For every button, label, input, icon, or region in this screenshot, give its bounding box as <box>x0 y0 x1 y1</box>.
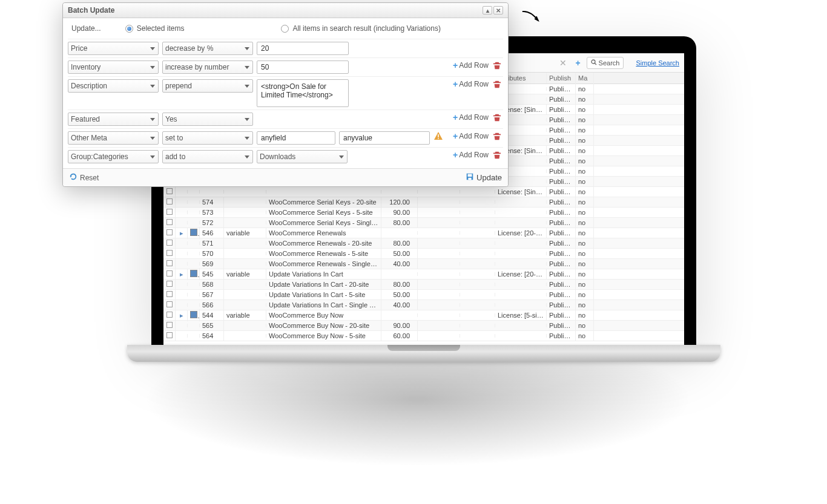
cell-type: variable <box>224 310 266 321</box>
cell-attributes: License: [5-site, Sing <box>495 310 547 321</box>
row-checkbox[interactable] <box>166 301 173 307</box>
meta-key-input[interactable] <box>257 131 335 145</box>
cell-id: 572 <box>200 217 224 228</box>
simple-search-link[interactable]: Simple Search <box>636 59 679 67</box>
dialog-titlebar[interactable]: Batch Update ▴ ✕ <box>63 3 508 18</box>
row-checkbox[interactable] <box>166 188 173 194</box>
add-row-button[interactable]: +Add Row <box>453 150 489 160</box>
row-checkbox[interactable] <box>166 240 173 246</box>
add-row-button[interactable]: +Add Row <box>453 61 489 70</box>
table-row[interactable]: ▸544variableWooCommerce Buy NowLicense: … <box>163 310 684 321</box>
header-publish[interactable]: Publish <box>547 73 576 83</box>
cell-publish: Published <box>547 155 576 166</box>
delete-icon[interactable] <box>492 150 502 160</box>
value-textarea[interactable] <box>257 79 349 107</box>
operation-select[interactable]: decrease by % <box>162 42 253 55</box>
cell-sku <box>418 334 460 338</box>
cell-sku <box>418 241 460 245</box>
row-checkbox[interactable] <box>166 198 173 205</box>
search-button[interactable]: Search <box>587 57 624 69</box>
row-checkbox[interactable] <box>166 332 173 338</box>
row-checkbox[interactable] <box>166 209 173 215</box>
expand-icon[interactable]: ▸ <box>180 229 183 237</box>
table-row[interactable]: 570WooCommerce Renewals - 5-site50.00Pub… <box>163 249 684 259</box>
cell-type <box>224 190 266 194</box>
table-row[interactable]: ▸546variableWooCommerce RenewalsLicense:… <box>163 228 684 238</box>
add-row-button[interactable]: +Add Row <box>453 79 489 89</box>
cell-price: 80.00 <box>381 279 418 290</box>
radio-selected-items[interactable]: Selected items <box>125 24 185 33</box>
cell-m: no <box>576 145 594 156</box>
table-row[interactable]: 566Update Variations In Cart - Single si… <box>163 300 684 310</box>
cell-m: no <box>576 248 594 259</box>
row-checkbox[interactable] <box>166 270 173 277</box>
meta-value-input[interactable] <box>339 131 430 145</box>
add-icon[interactable]: + <box>573 58 582 68</box>
cell-name: WooCommerce Buy Now - 5-site <box>266 330 381 341</box>
cell-name: WooCommerce Renewals <box>266 227 381 238</box>
table-row[interactable]: 572WooCommerce Serial Keys - Single site… <box>163 218 684 228</box>
cell-categories <box>460 334 495 338</box>
batch-row: Featured Yes +Add Row <box>68 110 503 128</box>
delete-icon[interactable] <box>492 131 502 141</box>
collapse-icon[interactable]: ▴ <box>483 6 492 15</box>
operation-select[interactable]: prepend <box>162 79 253 93</box>
row-checkbox[interactable] <box>166 291 173 297</box>
radio-all-items[interactable]: All items in search result (including Va… <box>281 24 441 33</box>
field-select[interactable]: Other Meta <box>68 131 159 145</box>
row-checkbox[interactable] <box>166 260 173 266</box>
value-input[interactable] <box>257 42 349 55</box>
table-row[interactable]: 567Update Variations In Cart - 5-site50.… <box>163 290 684 300</box>
clear-icon[interactable]: ✕ <box>557 58 569 68</box>
cell-publish: Published <box>547 207 576 218</box>
reset-button[interactable]: Reset <box>69 172 99 183</box>
row-checkbox[interactable] <box>166 322 173 328</box>
operation-select[interactable]: add to <box>162 150 253 163</box>
thumbnail-icon <box>190 270 197 277</box>
update-button[interactable]: Update <box>466 172 502 183</box>
header-m[interactable]: Ma <box>576 73 594 83</box>
field-select[interactable]: Inventory <box>68 61 159 74</box>
value-input[interactable] <box>257 61 349 74</box>
delete-icon[interactable] <box>492 113 502 122</box>
value-select[interactable]: Downloads <box>257 150 348 163</box>
delete-icon[interactable] <box>492 79 502 89</box>
table-row[interactable]: License: [Single site,Publishedno <box>163 187 684 197</box>
field-select[interactable]: Group:Categories <box>68 150 159 163</box>
delete-icon[interactable] <box>492 61 502 70</box>
field-select[interactable]: Description <box>68 79 159 93</box>
field-select[interactable]: Featured <box>68 113 159 126</box>
cell-price: 50.00 <box>381 248 418 259</box>
table-row[interactable]: 573WooCommerce Serial Keys - 5-site90.00… <box>163 208 684 218</box>
row-checkbox[interactable] <box>166 229 173 235</box>
operation-select[interactable]: Yes <box>162 113 253 126</box>
cell-attributes <box>495 324 547 327</box>
table-row[interactable]: 574WooCommerce Serial Keys - 20-site120.… <box>163 197 684 208</box>
row-checkbox[interactable] <box>166 312 173 318</box>
add-row-button[interactable]: +Add Row <box>453 131 489 141</box>
add-row-button[interactable]: +Add Row <box>453 113 489 122</box>
row-checkbox[interactable] <box>166 250 173 256</box>
table-row[interactable]: 571WooCommerce Renewals - 20-site80.00Pu… <box>163 238 684 249</box>
cell-m: no <box>576 104 594 115</box>
operation-select[interactable]: set to <box>162 131 253 145</box>
cell-publish: Published <box>547 104 576 115</box>
table-row[interactable]: ▸545variableUpdate Variations In CartLic… <box>163 269 684 280</box>
radio-icon <box>281 25 289 33</box>
row-checkbox[interactable] <box>166 281 173 287</box>
close-icon[interactable]: ✕ <box>493 6 503 15</box>
operation-select[interactable]: increase by number <box>162 61 253 74</box>
warning-icon <box>433 131 443 141</box>
expand-icon[interactable]: ▸ <box>180 312 183 319</box>
table-row[interactable]: 569WooCommerce Renewals - Single site40.… <box>163 259 684 269</box>
table-row[interactable]: 568Update Variations In Cart - 20-site80… <box>163 280 684 290</box>
cell-type <box>224 200 266 204</box>
table-row[interactable]: 565WooCommerce Buy Now - 20-site90.00Pub… <box>163 321 684 331</box>
expand-icon[interactable]: ▸ <box>180 270 183 278</box>
cell-price: 40.00 <box>381 258 418 269</box>
row-checkbox[interactable] <box>166 219 173 225</box>
cell-price <box>381 231 418 235</box>
cell-sku <box>418 252 460 255</box>
table-row[interactable]: 564WooCommerce Buy Now - 5-site60.00Publ… <box>163 331 684 341</box>
field-select[interactable]: Price <box>68 42 159 55</box>
